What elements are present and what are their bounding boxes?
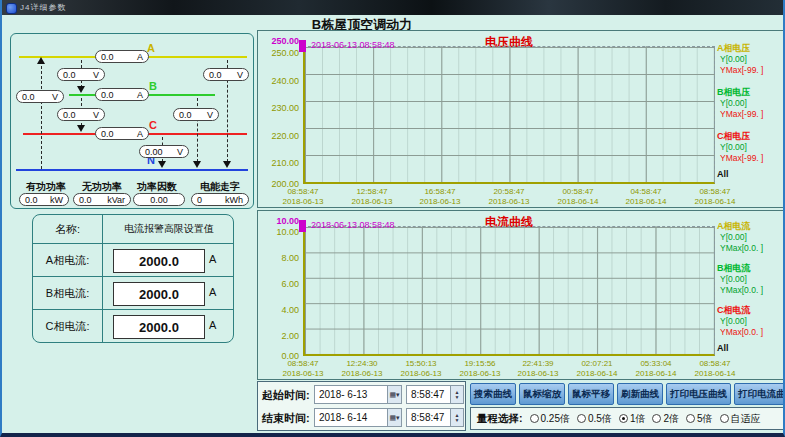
legend-ymax-value: YMax[0.0. ] bbox=[717, 243, 785, 254]
search-curve-button[interactable]: 搜索曲线 bbox=[470, 383, 516, 405]
y-tick: 10.00 bbox=[258, 227, 299, 237]
print-voltage-curve-button[interactable]: 打印电压曲线 bbox=[666, 383, 731, 405]
unit: kVar bbox=[107, 195, 125, 205]
x-tick: 05:33:042018-06-14 bbox=[624, 359, 688, 378]
current-alarm-settings-table: 名称: 电流报警高限设置值 A相电流: 2000.0 A B相电流: 2000.… bbox=[32, 214, 234, 343]
phase-b-limit-input[interactable]: 2000.0 bbox=[113, 282, 205, 306]
radio-label: 0.5倍 bbox=[588, 412, 612, 426]
value: 0.0 bbox=[101, 129, 114, 139]
current-chart-panel: 电流曲线 2018-06-13 08:58:48 10.00 10.00 8.0… bbox=[257, 210, 785, 380]
x-tick: 04:58:472018-06-14 bbox=[614, 187, 678, 206]
header-value: 电流报警高限设置值 bbox=[105, 215, 233, 243]
phase-c-limit-input[interactable]: 2000.0 bbox=[113, 315, 205, 339]
y-tick: 210.00 bbox=[258, 158, 299, 168]
value: 0.00 bbox=[145, 147, 163, 157]
start-date-value: 2018- 6-13 bbox=[315, 389, 387, 400]
row-label: B相电流: bbox=[33, 277, 103, 309]
metric-label: 有功功率 bbox=[21, 180, 71, 194]
legend-entry: B相电流 Y[0.00] YMax[0.0. ] bbox=[717, 263, 785, 296]
y-tick: 220.00 bbox=[258, 131, 299, 141]
legend-y-value: Y[0.00] bbox=[717, 274, 785, 285]
x-tick: 00:58:472018-06-14 bbox=[546, 187, 610, 206]
metric-label: 电能走字 bbox=[193, 180, 247, 194]
app-icon bbox=[6, 3, 17, 14]
legend-series-name: C相电流 bbox=[717, 305, 785, 316]
arrow-down-icon bbox=[77, 125, 85, 132]
y-tick: 8.00 bbox=[258, 253, 299, 263]
refresh-curve-button[interactable]: 刷新曲线 bbox=[617, 383, 663, 405]
mouse-zoom-button[interactable]: 鼠标缩放 bbox=[519, 383, 565, 405]
legend-all[interactable]: All bbox=[717, 343, 729, 353]
range-option-auto[interactable]: 自适应 bbox=[720, 412, 761, 426]
legend-y-value: Y[0.00] bbox=[717, 98, 785, 109]
legend-ymax-value: YMax[-99. ] bbox=[717, 65, 785, 76]
time-spinner-icon[interactable]: ▲▼ bbox=[450, 386, 463, 403]
range-option-2x[interactable]: 2倍 bbox=[652, 412, 679, 426]
x-tick: 12:24:302018-06-13 bbox=[330, 359, 394, 378]
table-header-row: 名称: 电流报警高限设置值 bbox=[33, 215, 233, 243]
legend-y-value: Y[0.00] bbox=[717, 232, 785, 243]
cursor-marker[interactable] bbox=[299, 220, 306, 232]
row-unit: A bbox=[209, 319, 216, 331]
arrow-down-icon bbox=[158, 161, 166, 168]
start-time-field[interactable]: 8:58:47 ▲▼ bbox=[406, 385, 464, 404]
value: 0.00 bbox=[150, 195, 168, 205]
end-time-value: 8:58:47 bbox=[407, 412, 450, 423]
start-time-label: 起始时间: bbox=[262, 388, 310, 403]
unit: V bbox=[93, 110, 99, 120]
legend-all[interactable]: All bbox=[717, 169, 729, 179]
radio-icon bbox=[619, 414, 628, 423]
calendar-dropdown-icon[interactable]: ▦▾ bbox=[387, 409, 401, 426]
phase-a-limit-input[interactable]: 2000.0 bbox=[113, 249, 205, 273]
chart-buttons-row: 搜索曲线 鼠标缩放 鼠标平移 刷新曲线 打印电压曲线 打印电流曲线 bbox=[470, 383, 785, 404]
row-unit: A bbox=[209, 286, 216, 298]
unit: kW bbox=[50, 195, 63, 205]
y-tick: 6.00 bbox=[258, 279, 299, 289]
range-option-025x[interactable]: 0.25倍 bbox=[530, 412, 570, 426]
y-tick: 4.00 bbox=[258, 305, 299, 315]
print-current-curve-button[interactable]: 打印电流曲线 bbox=[734, 383, 785, 405]
x-tick: 02:07:212018-06-14 bbox=[565, 359, 629, 378]
range-option-5x[interactable]: 5倍 bbox=[686, 412, 713, 426]
voltage-cn-display: 0.00V bbox=[139, 145, 189, 158]
legend-y-value: Y[0.00] bbox=[717, 316, 785, 327]
end-date-field[interactable]: 2018- 6-14 ▦▾ bbox=[314, 408, 402, 427]
voltage-plot-area[interactable] bbox=[303, 46, 715, 184]
legend-entry: C相电流 Y[0.00] YMax[0.0. ] bbox=[717, 305, 785, 338]
start-date-field[interactable]: 2018- 6-13 ▦▾ bbox=[314, 385, 402, 404]
arrow-down-icon bbox=[77, 86, 85, 93]
end-time-label: 结束时间: bbox=[262, 411, 310, 426]
arrow-down-icon bbox=[223, 161, 231, 168]
radio-icon bbox=[686, 414, 695, 423]
mouse-pan-button[interactable]: 鼠标平移 bbox=[568, 383, 614, 405]
phase-a-current-display: 0.0A bbox=[95, 50, 149, 63]
cursor-datetime: 2018-06-13 08:58:48 bbox=[311, 220, 395, 230]
value: 0.0 bbox=[101, 90, 114, 100]
x-tick: 12:58:472018-06-13 bbox=[340, 187, 404, 206]
calendar-dropdown-icon[interactable]: ▦▾ bbox=[387, 386, 401, 403]
power-factor-display: 0.00 bbox=[133, 193, 185, 206]
radio-icon bbox=[652, 414, 661, 423]
range-option-05x[interactable]: 0.5倍 bbox=[577, 412, 612, 426]
range-select-label: 量程选择: bbox=[477, 412, 523, 426]
window-title: J4详细参数 bbox=[20, 2, 66, 13]
cursor-datetime: 2018-06-13 08:58:48 bbox=[311, 40, 395, 50]
cursor-marker[interactable] bbox=[299, 40, 306, 52]
x-tick: 16:58:472018-06-13 bbox=[408, 187, 472, 206]
title-bar[interactable]: J4详细参数 bbox=[2, 0, 783, 15]
measure-line bbox=[41, 61, 42, 169]
unit: V bbox=[237, 70, 243, 80]
cursor-value: 10.00 bbox=[258, 216, 299, 226]
voltage-bc-display: 0.0V bbox=[57, 108, 105, 121]
radio-label: 2倍 bbox=[663, 412, 679, 426]
range-option-1x[interactable]: 1倍 bbox=[619, 412, 646, 426]
start-time-value: 8:58:47 bbox=[407, 389, 450, 400]
value: 0.0 bbox=[79, 195, 92, 205]
current-plot-area[interactable] bbox=[303, 226, 715, 356]
value: 0.0 bbox=[63, 70, 76, 80]
legend-series-name: A相电压 bbox=[717, 43, 785, 54]
value: 0.0 bbox=[22, 92, 35, 102]
radio-icon bbox=[577, 414, 586, 423]
end-time-field[interactable]: 8:58:47 ▲▼ bbox=[406, 408, 464, 427]
time-spinner-icon[interactable]: ▲▼ bbox=[450, 409, 463, 426]
